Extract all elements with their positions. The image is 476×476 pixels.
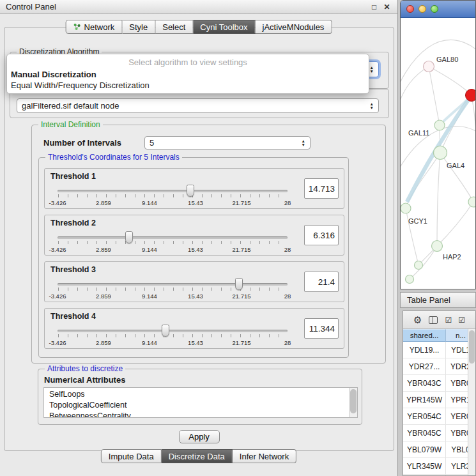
table-panel-window: ⚙ ☑ ☑ shared... n... YDL19...YDL1YDR27..… — [403, 311, 476, 476]
table-row[interactable]: YBL079WYBL0 — [403, 441, 475, 458]
tab-jactivemnodules[interactable]: jActiveMNodules — [256, 20, 332, 34]
node-selected-red[interactable] — [466, 89, 476, 102]
tab-infer-network[interactable]: Infer Network — [233, 449, 296, 463]
table-row[interactable]: YLR345WYLR3 — [403, 458, 475, 475]
network-canvas[interactable]: GAL80 GAL11 GAL4 GCY1 HAP2 — [401, 18, 476, 289]
tab-style[interactable]: Style — [122, 20, 155, 34]
attribute-item[interactable]: SelfLoops — [49, 389, 357, 400]
network-nodes[interactable] — [401, 61, 476, 284]
table-row[interactable]: YDR27...YDR2 — [403, 358, 475, 375]
close-traffic-light-icon[interactable] — [406, 5, 414, 13]
minimize-traffic-light-icon[interactable] — [418, 5, 426, 13]
number-of-intervals-combobox[interactable]: 5 ▲▼ — [144, 136, 311, 150]
stepper-icon: ▲▼ — [302, 139, 305, 146]
scale-label: -3.426 — [49, 293, 66, 300]
threshold-label: Threshold 1 — [50, 172, 96, 181]
threshold-slider[interactable] — [58, 324, 288, 341]
threshold-slider[interactable] — [58, 184, 288, 201]
tab-discretize-data[interactable]: Discretize Data — [162, 449, 233, 463]
slider-track[interactable] — [58, 190, 288, 192]
node-gal11[interactable] — [434, 120, 445, 130]
scale-label: 21.715 — [232, 339, 250, 346]
dropdown-placeholder-option[interactable]: Select algorithm to view settings — [7, 56, 369, 69]
node[interactable] — [468, 197, 476, 207]
apply-button[interactable]: Apply — [179, 430, 220, 443]
threshold-row: Threshold 3 -3.4262.8599.14415.4321.7152… — [44, 261, 344, 302]
float-window-icon[interactable]: □ — [369, 3, 379, 12]
table-cell[interactable]: YBL079W — [403, 441, 446, 457]
scrollbar-thumb[interactable] — [469, 330, 475, 364]
checkbox-icon[interactable]: ☑ — [445, 316, 451, 324]
tab-select[interactable]: Select — [155, 20, 193, 34]
slider-track[interactable] — [58, 330, 288, 332]
table-row[interactable]: YER054CYER0 — [403, 408, 475, 425]
scale-label: -3.426 — [49, 339, 66, 346]
table-cell[interactable]: YPR145W — [403, 392, 446, 408]
slider-thumb[interactable] — [162, 325, 169, 337]
zoom-traffic-light-icon[interactable] — [431, 5, 438, 13]
dropdown-option-manual-discretization[interactable]: Manual Discretization — [7, 69, 369, 80]
node[interactable] — [406, 275, 414, 284]
combobox-value: 5 — [150, 138, 298, 148]
table-panel-title: Table Panel — [407, 295, 450, 305]
close-window-icon[interactable]: ✕ — [382, 3, 392, 12]
node-hap2[interactable] — [432, 241, 443, 252]
table-cell[interactable]: YBR045C — [403, 425, 446, 441]
threshold-slider[interactable] — [58, 277, 288, 294]
node-label: GCY1 — [408, 217, 427, 225]
tab-cyni-toolbox[interactable]: Cyni Toolbox — [193, 20, 255, 34]
checkbox-icon[interactable]: ☑ — [458, 316, 464, 324]
attributes-group: Attributes to discretize Numerical Attri… — [38, 369, 362, 425]
slider-thumb[interactable] — [187, 185, 194, 197]
slider-scale: -3.4262.8599.14415.4321.71528 — [58, 293, 288, 300]
table-row[interactable]: YPR145WYPR1 — [403, 392, 475, 408]
attribute-item[interactable]: BetweennessCentrality — [49, 411, 357, 418]
table-header-row: shared... n... — [403, 329, 475, 342]
table-row[interactable]: YDL19...YDL1 — [403, 342, 475, 358]
gear-icon[interactable]: ⚙ — [413, 315, 422, 325]
column-header-shared-name[interactable]: shared... — [403, 329, 446, 342]
bottom-tab-bar: Impute Data Discretize Data Infer Networ… — [101, 449, 296, 463]
table-cell[interactable]: YER054C — [403, 408, 446, 424]
threshold-slider[interactable] — [58, 231, 288, 247]
node[interactable] — [415, 261, 423, 270]
table-row[interactable]: YBR043CYBR0 — [403, 375, 475, 392]
tab-impute-data[interactable]: Impute Data — [101, 449, 162, 463]
threshold-value-field[interactable]: 11.344 — [304, 318, 339, 339]
network-view-window: GAL80 GAL11 GAL4 GCY1 HAP2 — [400, 0, 476, 289]
table-scrollbar[interactable] — [468, 329, 475, 475]
number-of-intervals-label: Number of Intervals — [43, 138, 121, 148]
attribute-item[interactable]: TopologicalCoefficient — [49, 400, 357, 411]
node-label: HAP2 — [443, 253, 461, 261]
table-cell[interactable]: YBR043C — [403, 375, 446, 391]
slider-track[interactable] — [58, 283, 288, 286]
window-title: Control Panel — [6, 2, 56, 12]
stepper-icon: ▲▼ — [370, 66, 374, 73]
scrollbar-thumb[interactable] — [350, 389, 357, 413]
slider-track[interactable] — [58, 236, 288, 239]
table-row[interactable]: YBR045CYBR0 — [403, 425, 475, 441]
algorithm-dropdown-popup: Select algorithm to view settings Manual… — [6, 54, 369, 94]
threshold-value-field[interactable]: 6.316 — [304, 225, 339, 245]
table-cell[interactable]: YLR345W — [403, 458, 446, 474]
slider-thumb[interactable] — [235, 278, 243, 290]
network-window-titlebar — [401, 1, 475, 18]
tab-network[interactable]: Network — [66, 20, 123, 34]
column-chooser-icon[interactable] — [429, 316, 438, 324]
numerical-attributes-list[interactable]: SelfLoopsTopologicalCoefficientBetweenne… — [43, 387, 358, 418]
dropdown-option-equal-width[interactable]: Equal Width/Frequency Discretization — [7, 80, 369, 91]
slider-scale: -3.4262.8599.14415.4321.71528 — [58, 339, 288, 346]
table-data-combobox[interactable]: galFiltered.sif default node ▲▼ — [17, 98, 379, 113]
node-gal80[interactable] — [424, 61, 434, 72]
threshold-row: Threshold 1 -3.4262.8599.14415.4321.7152… — [44, 168, 344, 209]
threshold-value-field[interactable]: 14.713 — [304, 178, 339, 199]
node-gal4[interactable] — [434, 146, 447, 160]
table-cell[interactable]: YDL19... — [403, 342, 446, 358]
node-gcy1[interactable] — [401, 203, 411, 213]
scale-label: -3.426 — [49, 246, 66, 253]
threshold-value-field[interactable]: 21.4 — [304, 272, 339, 292]
list-scrollbar[interactable] — [349, 388, 357, 417]
slider-scale: -3.4262.8599.14415.4321.71528 — [58, 199, 288, 206]
slider-thumb[interactable] — [125, 231, 133, 243]
table-cell[interactable]: YDR27... — [403, 358, 446, 374]
